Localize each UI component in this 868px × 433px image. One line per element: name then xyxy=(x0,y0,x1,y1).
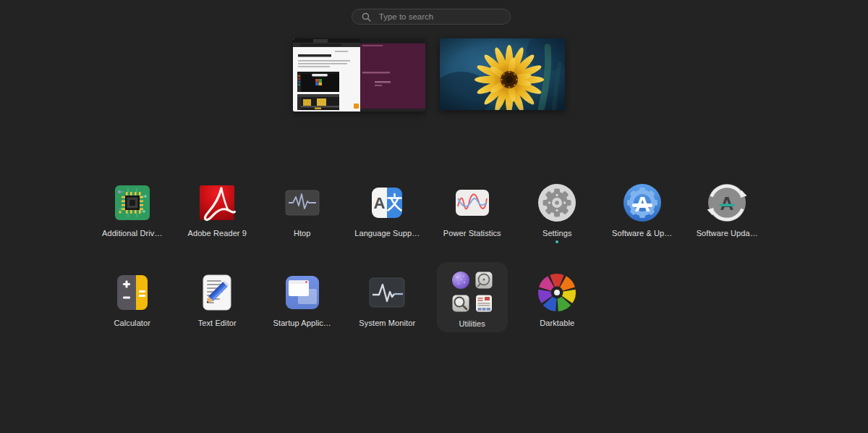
activities-overview: Additional Driv… Adobe Re xyxy=(0,0,868,433)
app-settings[interactable]: Settings xyxy=(515,181,600,243)
app-label: Language Supp… xyxy=(354,229,420,237)
text-editor-icon xyxy=(195,271,239,314)
app-additional-drivers[interactable]: Additional Driv… xyxy=(90,181,175,243)
settings-icon xyxy=(535,181,579,224)
startup-applications-icon xyxy=(281,271,324,314)
utilities-folder-preview xyxy=(451,271,493,313)
window-thumbnail-flower[interactable] xyxy=(440,38,565,110)
app-system-monitor[interactable]: System Monitor xyxy=(345,271,430,332)
disks-mini-icon xyxy=(475,271,493,290)
app-label: Power Statistics xyxy=(443,229,501,237)
app-label: Additional Driv… xyxy=(102,229,163,237)
app-label: Utilities xyxy=(459,319,485,328)
app-software-and-updates[interactable]: A Software & Up… xyxy=(600,181,685,243)
search-icon xyxy=(361,12,372,22)
app-power-statistics[interactable]: Power Statistics xyxy=(430,181,515,243)
search-input[interactable] xyxy=(378,12,501,22)
flower-photo-preview xyxy=(440,38,565,110)
app-label: Software Upda… xyxy=(697,229,758,237)
calculator-icon xyxy=(111,271,154,314)
magnifier-mini-icon xyxy=(451,294,470,313)
svg-text:A: A xyxy=(374,194,386,212)
language-support-icon: A xyxy=(365,181,409,224)
adobe-reader-icon xyxy=(195,181,239,224)
darktable-icon xyxy=(535,271,579,314)
utilities-folder-icon: Utilities xyxy=(437,262,508,332)
app-htop[interactable]: Htop xyxy=(260,181,345,243)
document-mini-icon xyxy=(475,294,493,313)
running-indicator-dot xyxy=(556,240,558,243)
app-grid-row-2: Calculator xyxy=(90,271,600,332)
search-bar[interactable] xyxy=(352,9,511,25)
window-thumbnail-browser-terminal[interactable] xyxy=(293,38,425,112)
app-utilities-folder[interactable]: Utilities xyxy=(430,271,515,332)
app-label: Darktable xyxy=(540,319,574,327)
purple-orb-mini-icon xyxy=(451,271,470,290)
app-grid-row-1: Additional Driv… Adobe Re xyxy=(90,181,770,243)
power-statistics-icon xyxy=(451,181,494,224)
app-adobe-reader[interactable]: Adobe Reader 9 xyxy=(175,181,260,243)
svg-text:A: A xyxy=(720,193,734,214)
app-language-support[interactable]: A Language Supp… xyxy=(345,181,430,243)
app-label: Text Editor xyxy=(198,319,237,327)
system-monitor-icon xyxy=(365,271,409,314)
additional-drivers-icon xyxy=(111,181,154,224)
app-label: Htop xyxy=(294,229,311,237)
app-calculator[interactable]: Calculator xyxy=(90,271,175,332)
app-darktable[interactable]: Darktable xyxy=(515,271,600,332)
app-label: Adobe Reader 9 xyxy=(187,229,247,237)
app-label: Software & Up… xyxy=(612,229,672,237)
app-startup-applications[interactable]: Startup Applic… xyxy=(260,271,345,332)
app-text-editor[interactable]: Text Editor xyxy=(175,271,260,332)
software-and-updates-icon: A xyxy=(621,181,664,224)
software-updater-icon: A xyxy=(705,181,749,224)
htop-icon xyxy=(281,181,324,224)
app-label: Calculator xyxy=(114,319,150,327)
app-software-updater[interactable]: A Software Upda… xyxy=(685,181,770,243)
app-label: System Monitor xyxy=(359,319,415,327)
browser-terminal-preview xyxy=(293,38,425,112)
app-label: Startup Applic… xyxy=(273,319,331,327)
app-label: Settings xyxy=(542,229,572,237)
